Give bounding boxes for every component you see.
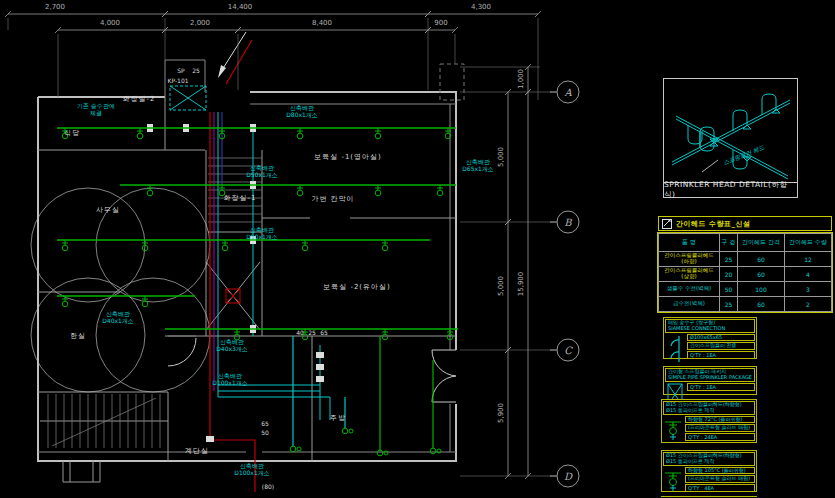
schedule-title-bar: 간이헤드 수량표_신설 [658,216,832,231]
entrance-arrow [218,32,252,84]
schedule-column-header: 간이헤드 수량 [784,234,831,252]
head-schedule-panel: 간이헤드 수량표_신설 품 명구 경간이헤드 간격간이헤드 수량 간이스프링클러… [658,216,832,312]
schedule-row: 급수전(벽체)25602 [659,297,832,312]
legend-row: 간이스프링클러 전용 [687,342,755,350]
legend-header: Ø15 간이스프링클러헤드(하향형)Ø15 동파이프로 제작 [663,401,755,415]
schedule-cell: 급수전(벽체) [659,297,720,312]
schedule-cell: 25 [719,252,737,267]
legend-row: (프리마운트형 슬라브 매립) [685,475,755,483]
schedule-cell: 2 [784,297,831,312]
schedule-title: 간이헤드 수량표_신설 [676,219,750,229]
schedule-cell: 3 [784,282,831,297]
legend-quantity: Q'TY : 1EA [687,383,755,391]
legend-quantity: Q'TY : 4EA [685,484,755,492]
siamese-icon [665,334,685,364]
schedule-cell: 60 [737,267,784,282]
legend-row: 하향형 72°C (플러쉬형) [685,416,755,424]
inner-wall-lines [38,60,464,452]
outer-walls [38,92,456,461]
schedule-cell: 12 [784,252,831,267]
legend-row: Ø100x65x65 [687,334,755,342]
schedule-cell: 샘플수 수전(벽체) [659,282,720,297]
detail-callout-label: 스프링클러 헤드 [722,143,766,168]
schedule-column-header: 간이헤드 간격 [737,234,784,252]
legend-panel: 매입 송수구 (쌍구형)SIAMESE CONNECTIONØ100x65x65… [663,317,757,359]
head-icon [663,416,683,442]
schedule-column-header: 품 명 [659,234,720,252]
grid-bubble-circles [550,81,579,487]
schedule-cell: 4 [784,267,831,282]
legend-quantity: Q'TY : 1EA [687,351,755,359]
schedule-cell: 100 [737,282,784,297]
legend-panel: Ø15 간이스프링클러헤드(하향형)Ø15 동파이프로 제작하향형 105°C … [661,450,757,492]
dimension-lines [5,11,541,479]
schedule-cell: 50 [719,282,737,297]
sprinkler-package-unit [170,86,206,110]
cad-drawing-canvas: 2,70014,4004,3004,0002,0008,4009001,0001… [0,0,835,498]
legend-quantity: Q'TY : 24EA [685,433,755,441]
pipe-fittings [147,124,324,442]
legend-row: (프리마운트형 슬라브 매립) [685,424,755,432]
schedule-row: 샘플수 수전(벽체)501003 [659,282,832,297]
legend-header: 매입 송수구 (쌍구형)SIAMESE CONNECTION [665,319,755,333]
schedule-cell: 25 [719,297,737,312]
schedule-column-header: 구 경 [719,234,737,252]
grid-extension-lines [8,18,556,476]
legend-panel: Ø15 간이스프링클러헤드(하향형)Ø15 동파이프로 제작하향형 72°C (… [661,399,757,443]
schedule-cell: 간이스프링클러헤드(상향) [659,267,720,282]
legend-header: Ø15 간이스프링클러헤드(하향형)Ø15 동파이프로 제작 [663,452,755,466]
schedule-cell: 간이스프링클러헤드(하향) [659,252,720,267]
note-icon [662,218,672,229]
schedule-cell: 60 [737,252,784,267]
detail-panel-title: SPRINKLER HEAD DETAIL(하향식) [664,182,797,197]
sprinkler-head-detail-panel: 스프링클러 헤드 SPRINKLER HEAD DETAIL(하향식) [663,78,798,198]
schedule-table: 품 명구 경간이헤드 간격간이헤드 수량 간이스프링클러헤드(하향)256012… [658,233,832,312]
schedule-cell: 20 [719,267,737,282]
head-icon [663,467,683,493]
legend-panel: 간이형 스프링클러 패키지SIMPLE PIPE SPRINKLER PACKA… [663,366,757,395]
schedule-cell: 60 [737,297,784,312]
schedule-row: 간이스프링클러헤드(하향)256012 [659,252,832,267]
interior-walls [38,97,456,482]
legend-row: 하향형 105°C (플러쉬형) [685,467,755,475]
schedule-row: 간이스프링클러헤드(상향)20604 [659,267,832,282]
legend-header: 간이형 스프링클러 패키지SIMPLE PIPE SPRINKLER PACKA… [665,368,755,382]
